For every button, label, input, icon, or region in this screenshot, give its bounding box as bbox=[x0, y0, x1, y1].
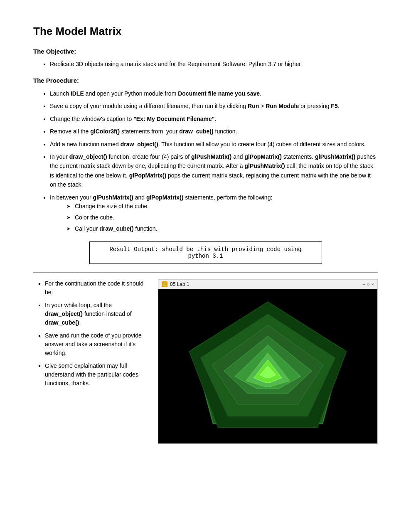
objective-list: Replicate 3D objects using a matrix stac… bbox=[33, 60, 378, 69]
window-app-icon: 🐍 bbox=[162, 281, 167, 287]
continuation-list-container: For the continuation the code it should … bbox=[33, 279, 150, 444]
list-item: Give some explaination may full understa… bbox=[45, 362, 150, 388]
list-item: In your while loop, call the draw_object… bbox=[45, 301, 150, 327]
result-text: Result Output: should be this with provi… bbox=[109, 246, 301, 259]
window-title-text: 05 Lab 1 bbox=[170, 281, 190, 287]
window-maximize[interactable]: ○ bbox=[367, 282, 370, 287]
result-box: Result Output: should be this with provi… bbox=[89, 241, 322, 264]
output-window: 🐍 05 Lab 1 − ○ × bbox=[158, 279, 378, 444]
objective-section: The Objective: Replicate 3D objects usin… bbox=[33, 48, 378, 69]
list-item: Save a copy of your module using a diffe… bbox=[50, 101, 378, 111]
sub-list-item: Change the size of the cube. bbox=[75, 202, 378, 211]
procedure-heading: The Procedure: bbox=[33, 77, 378, 84]
list-item: Replicate 3D objects using a matrix stac… bbox=[50, 60, 378, 69]
list-item: Remove all the glColor3f() statements fr… bbox=[50, 127, 378, 136]
list-item: Launch IDLE and open your Python module … bbox=[50, 89, 378, 98]
procedure-section: The Procedure: Launch IDLE and open your… bbox=[33, 77, 378, 233]
window-minimize[interactable]: − bbox=[362, 282, 365, 287]
window-titlebar: 🐍 05 Lab 1 − ○ × bbox=[158, 280, 377, 289]
list-item: In between your glPushMatrix() and glPop… bbox=[50, 193, 378, 233]
window-canvas bbox=[158, 289, 377, 443]
continuation-list: For the continuation the code it should … bbox=[33, 279, 150, 388]
window-controls: − ○ × bbox=[362, 282, 374, 287]
bottom-section: For the continuation the code it should … bbox=[33, 279, 378, 444]
list-item: In your draw_object() function, create f… bbox=[50, 152, 378, 190]
sub-list-item: Color the cube. bbox=[75, 213, 378, 222]
window-title-left: 🐍 05 Lab 1 bbox=[162, 281, 190, 287]
divider bbox=[33, 272, 378, 273]
sub-list: Change the size of the cube. Color the c… bbox=[50, 202, 378, 233]
objective-heading: The Objective: bbox=[33, 48, 378, 55]
pentagon-visualization bbox=[158, 289, 377, 443]
list-item: Save and run the code of you provide ans… bbox=[45, 331, 150, 357]
list-item: For the continuation the code it should … bbox=[45, 279, 150, 297]
list-item: Add a new function named draw_object(). … bbox=[50, 140, 378, 149]
procedure-list: Launch IDLE and open your Python module … bbox=[33, 89, 378, 233]
sub-list-item: Call your draw_cube() function. bbox=[75, 224, 378, 233]
page-title: The Model Matrix bbox=[33, 25, 378, 38]
window-close[interactable]: × bbox=[372, 282, 374, 287]
list-item: Change the window's caption to "Ex: My D… bbox=[50, 114, 378, 123]
